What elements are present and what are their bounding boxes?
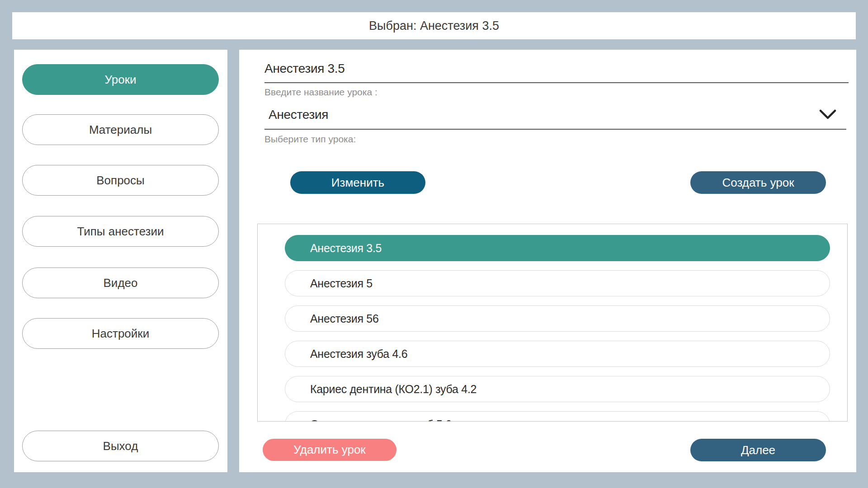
lesson-list-item[interactable]: Анестезия зуба 4.6 — [285, 341, 830, 367]
next-button[interactable]: Далее — [690, 439, 826, 461]
sidebar-item-anesthesia-types[interactable]: Типы анестезии — [22, 216, 219, 247]
lesson-name-label: Введите название урока : — [264, 87, 377, 98]
delete-lesson-button[interactable]: Удалить урок — [263, 439, 396, 461]
exit-button[interactable]: Выход — [22, 431, 219, 461]
chevron-down-icon[interactable] — [819, 109, 836, 122]
lesson-list: Анестезия 3.5 Анестезия 5 Анестезия 56 А… — [257, 224, 848, 422]
lesson-list-item[interactable]: Кариес дентина (КО2.1) зуба 4.2 — [285, 376, 830, 402]
sidebar-item-video[interactable]: Видео — [22, 267, 219, 298]
create-lesson-button[interactable]: Создать урок — [690, 171, 826, 194]
lesson-type-select[interactable]: Анестезия — [269, 108, 328, 122]
lesson-list-item[interactable]: Осмотр полости рта зуб 5.6 — [285, 411, 830, 422]
sidebar-item-materials[interactable]: Материалы — [22, 114, 219, 145]
sidebar-item-lessons[interactable]: Уроки — [22, 64, 219, 95]
header-bar: Выбран: Анестезия 3.5 — [12, 12, 856, 39]
lesson-list-item[interactable]: Анестезия 56 — [285, 305, 830, 332]
lesson-type-label: Выберите тип урока: — [264, 134, 356, 145]
lesson-type-underline — [264, 129, 846, 130]
lesson-name-underline — [264, 82, 849, 83]
sidebar-item-settings[interactable]: Настройки — [22, 318, 219, 349]
selected-lesson-title: Выбран: Анестезия 3.5 — [369, 19, 499, 33]
lesson-list-item[interactable]: Анестезия 5 — [285, 270, 830, 296]
edit-button[interactable]: Изменить — [290, 171, 425, 194]
main-panel: Анестезия 3.5 Введите название урока : А… — [239, 50, 856, 472]
sidebar: Уроки Материалы Вопросы Типы анестезии В… — [14, 50, 227, 472]
sidebar-item-questions[interactable]: Вопросы — [22, 165, 219, 196]
lesson-list-item[interactable]: Анестезия 3.5 — [285, 235, 830, 261]
app-window: Выбран: Анестезия 3.5 Уроки Материалы Во… — [0, 0, 868, 488]
lesson-name-input[interactable]: Анестезия 3.5 — [264, 61, 345, 76]
